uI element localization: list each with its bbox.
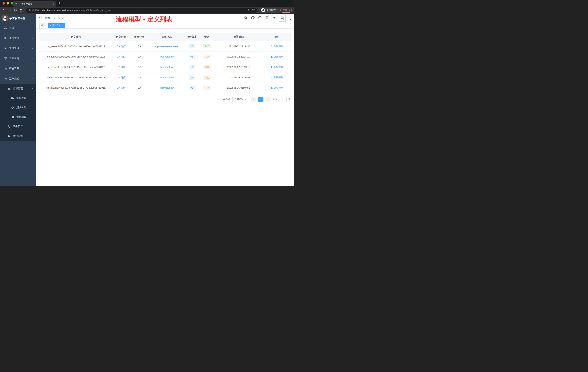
- toolbox-icon: [4, 67, 7, 70]
- reload-icon[interactable]: [14, 9, 17, 12]
- security-label[interactable]: 不安全: [32, 9, 39, 12]
- sidebar-logo-row[interactable]: 芋道管理系统: [0, 14, 36, 23]
- chevron-up-icon: [32, 88, 34, 90]
- sidebar-item-home[interactable]: 首页: [0, 23, 36, 33]
- home-icon[interactable]: [20, 9, 23, 12]
- form-link[interactable]: /bpm/oa/flow: [160, 55, 174, 58]
- main-area: 首页 / 流程定义 ?: [36, 14, 294, 186]
- chrome-update-button[interactable]: 更新: [280, 8, 292, 12]
- column-header-operations: 操作: [263, 33, 291, 41]
- chevron-down-icon: [244, 98, 246, 100]
- browser-tab[interactable]: 芋道管理系统 ×: [13, 1, 56, 7]
- sidebar-item-infrastructure[interactable]: 基础设施: [0, 53, 36, 64]
- column-header-form: 表单信息: [149, 33, 185, 41]
- sidebar-item-workflow[interactable]: 工作流程: [0, 74, 36, 84]
- page-size-select[interactable]: 10条/页: [232, 97, 249, 102]
- definition-id: oa_leave:1:482ec033-762a-11ec-8477-a2380…: [40, 83, 112, 93]
- fullscreen-icon[interactable]: [265, 16, 269, 20]
- org-tree-icon: [7, 125, 10, 128]
- incognito-badge: 无痕模式: [260, 8, 278, 13]
- app-root: 芋道管理系统 首页 系统管理 ¥ 支付管理: [0, 14, 294, 186]
- favicon-plant-icon: [15, 2, 18, 6]
- omnibox-divider: [41, 9, 41, 11]
- chevron-down-icon: [32, 47, 34, 49]
- definition-id: oa_leave:2:3c1f0ef1-76b1-11ec-9c66-a2380…: [40, 72, 112, 83]
- tab-search-caret-icon[interactable]: [290, 2, 292, 6]
- font-size-icon[interactable]: TT: [272, 17, 275, 20]
- version-badge: v3: [189, 65, 195, 69]
- tag-home[interactable]: 首页: [40, 23, 47, 28]
- definition-name-link[interactable]: OA 请假: [116, 45, 126, 48]
- form-link[interactable]: /bpm/oa/flow: [160, 87, 174, 89]
- tab-title: 芋道管理系统: [19, 2, 52, 6]
- warning-triangle-icon[interactable]: [28, 9, 31, 12]
- deploy-time: 2022-01-16 01:40:51: [215, 83, 263, 93]
- deploy-time: 2022-01-22 20:34:10: [215, 52, 263, 62]
- sidebar-collapse-icon[interactable]: [39, 16, 42, 20]
- current-page-button[interactable]: 1: [258, 97, 263, 102]
- column-header-category: 定义分类: [130, 33, 149, 41]
- definition-name-link[interactable]: OA 请假: [116, 87, 126, 89]
- url-bar[interactable]: 不安全 dashboard.yudao.iocoder.cn/bpm/manag…: [26, 8, 257, 13]
- breadcrumb-home-link[interactable]: 首页: [45, 17, 50, 20]
- paper-plane-icon: [11, 116, 14, 119]
- sidebar-item-process-form[interactable]: 流程表单: [0, 93, 36, 103]
- sidebar-item-dev-tools[interactable]: 研发工具: [0, 64, 36, 74]
- total-count-label: 共 5 条: [223, 98, 231, 101]
- close-window-button[interactable]: [2, 2, 5, 5]
- bookmark-star-icon[interactable]: [252, 8, 255, 12]
- table-row: oa_leave:1:482ec033-762a-11ec-8477-a2380…: [40, 83, 291, 93]
- definition-name-link[interactable]: OA 请假: [116, 76, 126, 79]
- definition-name-link[interactable]: OA 请假: [116, 55, 126, 58]
- sidebar-item-process-mgmt[interactable]: 流程管理: [0, 84, 36, 93]
- column-header-status: 状态: [199, 33, 215, 41]
- active-tag-dot: [50, 25, 51, 26]
- app-title: 芋道管理系统: [10, 17, 25, 20]
- avatar[interactable]: [279, 15, 286, 22]
- definition-name-link[interactable]: OA 请假: [116, 66, 126, 68]
- column-header-id: 定义编号: [40, 33, 112, 41]
- prev-page-button[interactable]: [251, 97, 256, 102]
- sidebar-item-payment[interactable]: ¥ 支付管理: [0, 43, 36, 53]
- sidebar-item-leave-query[interactable]: 请假查询: [0, 131, 36, 141]
- github-icon[interactable]: [251, 16, 254, 20]
- help-icon[interactable]: ?: [258, 16, 262, 20]
- definition-category: OA: [130, 62, 149, 72]
- browser-menu-icon[interactable]: [289, 9, 290, 11]
- status-badge: 挂起: [203, 65, 210, 69]
- definition-category: OA: [130, 72, 149, 83]
- sidebar-item-user-group[interactable]: 用户分组: [0, 103, 36, 112]
- assign-rule-link[interactable]: 分配规则: [271, 86, 283, 89]
- new-tab-button[interactable]: +: [59, 1, 61, 5]
- definition-category: OA: [130, 83, 149, 93]
- column-header-deploy-time: 部署时间: [215, 33, 263, 41]
- form-link[interactable]: /bpm/oa/leave/create: [155, 45, 178, 48]
- avatar-caret-icon[interactable]: [289, 19, 291, 20]
- assign-rule-link[interactable]: 分配规则: [271, 55, 283, 58]
- forward-icon[interactable]: [8, 9, 11, 12]
- assign-rule-link[interactable]: 分配规则: [271, 45, 283, 48]
- search-icon[interactable]: [244, 16, 247, 20]
- goto-page-input[interactable]: [279, 97, 286, 102]
- minimize-window-button[interactable]: [7, 2, 9, 5]
- sidebar-item-system[interactable]: 系统管理: [0, 33, 36, 43]
- tab-close-icon[interactable]: ×: [53, 3, 54, 5]
- back-icon[interactable]: [2, 9, 5, 12]
- sidebar-item-task-mgmt[interactable]: 任务管理: [0, 122, 36, 131]
- breadcrumb-current: 流程定义: [54, 17, 64, 20]
- goto-label: 前往: [272, 98, 277, 101]
- tag-close-icon[interactable]: ×: [62, 24, 63, 27]
- breadcrumb-separator: /: [52, 17, 52, 20]
- password-key-icon[interactable]: [247, 8, 250, 12]
- update-label: 更新: [283, 9, 287, 12]
- next-page-button[interactable]: [265, 97, 271, 102]
- version-badge: v1: [189, 86, 195, 90]
- assign-rule-link[interactable]: 分配规则: [271, 76, 283, 79]
- table-row: oa_leave:3:1fad3d93-7b75-11ec-a3c8-acde4…: [40, 62, 291, 72]
- tag-process-definition[interactable]: 流程定义 ×: [48, 23, 65, 28]
- assign-rule-link[interactable]: 分配规则: [271, 66, 283, 69]
- sidebar-item-process-model[interactable]: 流程模型: [0, 112, 36, 122]
- definition-category: OA: [130, 41, 149, 52]
- form-link[interactable]: /bpm/oa/flow: [160, 76, 174, 79]
- form-link[interactable]: /bpm/oa/flow: [160, 66, 174, 68]
